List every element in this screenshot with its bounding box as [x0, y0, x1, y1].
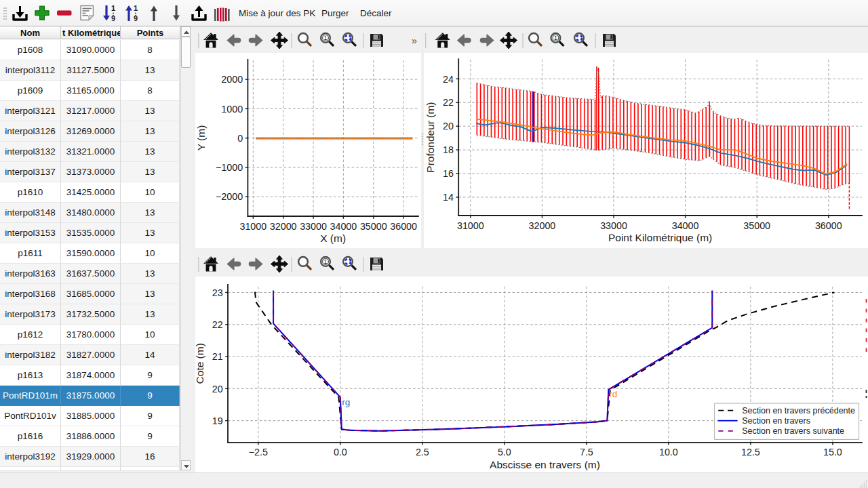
svg-text:31000: 31000 — [457, 220, 484, 231]
svg-text:7.5: 7.5 — [580, 447, 593, 458]
svg-text:35000: 35000 — [743, 220, 770, 231]
svg-text:0.0: 0.0 — [334, 447, 347, 458]
svg-text:2000: 2000 — [221, 74, 243, 85]
svg-text:33000: 33000 — [300, 221, 327, 232]
svg-text:1000: 1000 — [221, 104, 243, 115]
svg-text:31000: 31000 — [239, 221, 267, 232]
svg-text:15.0: 15.0 — [823, 447, 842, 458]
svg-text:32000: 32000 — [529, 220, 556, 231]
svg-text:18: 18 — [443, 144, 454, 155]
svg-text:Y (m): Y (m) — [195, 125, 207, 151]
svg-text:rg: rg — [342, 397, 350, 407]
svg-text:20: 20 — [443, 121, 454, 131]
svg-text:Cote (m): Cote (m) — [195, 343, 205, 384]
svg-text:9: 9 — [111, 14, 115, 22]
svg-text:Section en travers: Section en travers — [742, 416, 810, 426]
svg-text:X (m): X (m) — [320, 232, 346, 244]
svg-text:2.5: 2.5 — [416, 447, 429, 458]
svg-text:1: 1 — [324, 35, 328, 41]
svg-text:21: 21 — [212, 351, 223, 362]
svg-text:Section en travers précédente: Section en travers précédente — [742, 406, 855, 415]
svg-text:Section en travers suivante: Section en travers suivante — [742, 426, 844, 436]
svg-text:Abscisse en travers (m): Abscisse en travers (m) — [490, 459, 600, 470]
svg-text:rd: rd — [609, 389, 617, 399]
svg-text:−2000: −2000 — [216, 191, 243, 202]
svg-text:32000: 32000 — [270, 221, 297, 232]
svg-text:Profondeur (m): Profondeur (m) — [425, 102, 436, 172]
svg-text:5.0: 5.0 — [498, 447, 511, 458]
svg-text:0: 0 — [237, 133, 243, 144]
svg-text:1: 1 — [554, 35, 557, 41]
svg-text:Point Kilométrique (m): Point Kilométrique (m) — [608, 232, 712, 243]
svg-text:12.5: 12.5 — [741, 447, 760, 458]
svg-text:10.0: 10.0 — [659, 447, 678, 458]
svg-text:33000: 33000 — [600, 220, 627, 231]
svg-text:1: 1 — [111, 4, 115, 12]
svg-text:−1000: −1000 — [216, 162, 243, 173]
svg-text:16: 16 — [443, 168, 454, 179]
svg-text:−2.5: −2.5 — [249, 447, 268, 458]
svg-text:34000: 34000 — [330, 221, 357, 232]
svg-text:19: 19 — [212, 415, 223, 426]
svg-text:9: 9 — [134, 14, 138, 22]
svg-text:22: 22 — [443, 97, 454, 108]
svg-text:14: 14 — [443, 192, 454, 203]
svg-text:1: 1 — [324, 258, 328, 265]
svg-text:36000: 36000 — [815, 220, 842, 231]
svg-text:34000: 34000 — [672, 220, 699, 231]
svg-text:24: 24 — [443, 74, 454, 85]
svg-text:»: » — [412, 35, 417, 46]
svg-text:36000: 36000 — [390, 221, 417, 232]
svg-text:23: 23 — [212, 287, 223, 298]
svg-text:35000: 35000 — [360, 221, 387, 232]
svg-text:1: 1 — [134, 4, 138, 12]
svg-text:22: 22 — [212, 319, 223, 330]
svg-text:20: 20 — [212, 384, 223, 394]
